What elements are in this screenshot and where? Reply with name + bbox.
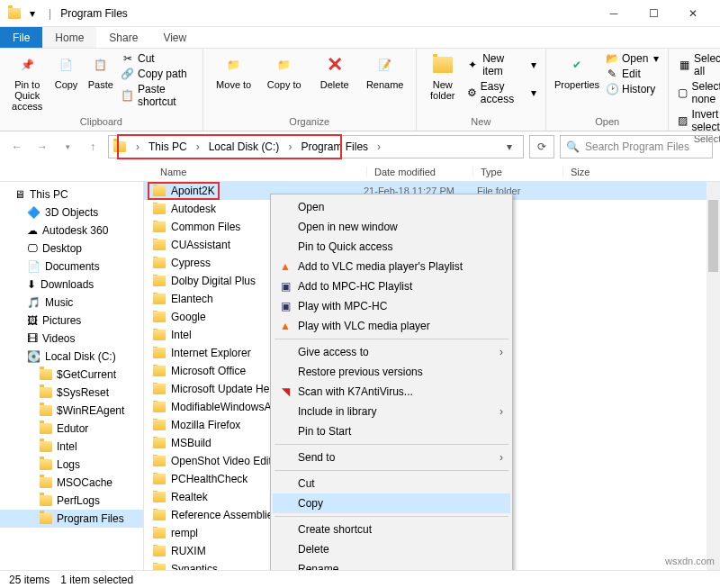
sidebar-item-label: Program Files	[57, 512, 124, 525]
invert-selection-button[interactable]: ▨Invert selection	[678, 108, 720, 133]
ribbon-organize: 📁Move to 📁Copy to ✕Delete 📝Rename Organi…	[203, 49, 417, 131]
context-item[interactable]: Open in new window	[273, 217, 510, 237]
tab-share[interactable]: Share	[96, 27, 150, 48]
history-button[interactable]: 🕑History	[606, 83, 659, 95]
context-item[interactable]: ▲Play with VLC media player	[273, 316, 510, 336]
sidebar-item[interactable]: Intel	[0, 438, 143, 456]
copy-path-button[interactable]: 🔗Copy path	[122, 68, 194, 80]
context-item[interactable]: Cut	[273, 474, 510, 493]
copypath-icon: 🔗	[122, 68, 134, 80]
context-item[interactable]: Give access to›	[273, 342, 510, 362]
copy-to-button[interactable]: 📁Copy to	[263, 52, 306, 90]
new-folder-button[interactable]: New folder	[426, 52, 460, 101]
col-size[interactable]: Size	[563, 167, 635, 177]
open-button[interactable]: 📂Open▾	[606, 52, 659, 65]
folder-icon	[153, 420, 166, 430]
col-type[interactable]: Type	[473, 167, 563, 177]
sidebar-item[interactable]: ☁Autodesk 360	[0, 222, 143, 240]
context-item-label: Copy	[298, 497, 323, 510]
recent-dropdown[interactable]: ▾	[58, 137, 77, 157]
back-button[interactable]: ←	[7, 137, 27, 157]
context-item[interactable]: Copy	[273, 493, 510, 513]
sidebar-item[interactable]: PerfLogs	[0, 492, 143, 510]
folder-icon	[153, 546, 166, 556]
sidebar-item[interactable]: 💽Local Disk (C:)	[0, 348, 143, 366]
context-item[interactable]: Pin to Start	[273, 421, 510, 441]
context-item-label: Cut	[298, 477, 315, 490]
status-item-count: 25 items	[9, 574, 50, 586]
sidebar-item[interactable]: $GetCurrent	[0, 366, 143, 384]
properties-button[interactable]: ✔Properties	[555, 52, 598, 90]
close-button[interactable]: ✕	[673, 1, 713, 26]
delete-button[interactable]: ✕Delete	[313, 52, 356, 90]
paste-shortcut-button[interactable]: 📋Paste shortcut	[122, 83, 194, 108]
up-button[interactable]: ↑	[83, 137, 103, 157]
ribbon: 📌Pin to Quick access 📄Copy 📋Paste ✂Cut 🔗…	[0, 49, 720, 131]
refresh-button[interactable]: ⟳	[529, 135, 554, 158]
cut-button[interactable]: ✂Cut	[122, 52, 194, 65]
edit-button[interactable]: ✎Edit	[606, 68, 659, 80]
rename-button[interactable]: 📝Rename	[364, 52, 407, 90]
sidebar-item[interactable]: 📄Documents	[0, 258, 143, 276]
sidebar-item-label: Pictures	[42, 314, 81, 327]
chevron-right-icon[interactable]: ›	[374, 136, 384, 158]
sidebar-item[interactable]: 🎵Music	[0, 294, 143, 312]
sidebar-item[interactable]: $SysReset	[0, 384, 143, 402]
context-item[interactable]: ◥Scan with K7AntiVirus...	[273, 382, 510, 402]
search-input[interactable]: 🔍 Search Program Files	[560, 135, 713, 158]
sidebar-item[interactable]: Edutor	[0, 420, 143, 438]
tab-file[interactable]: File	[0, 27, 42, 48]
forward-button[interactable]: →	[32, 137, 52, 157]
sidebar-item[interactable]: 🔷3D Objects	[0, 204, 143, 222]
sidebar-item-label: Music	[45, 296, 73, 309]
context-item[interactable]: ▣Play with MPC-HC	[273, 296, 510, 316]
context-item[interactable]: Pin to Quick access	[273, 237, 510, 257]
context-item[interactable]: Send to›	[273, 448, 510, 467]
organize-label: Organize	[289, 116, 329, 129]
sidebar-item[interactable]: Program Files	[0, 510, 143, 528]
sidebar-item[interactable]: 🖼Pictures	[0, 312, 143, 330]
context-item[interactable]: Create shortcut	[273, 520, 510, 539]
file-name: Common Files	[171, 221, 240, 233]
ribbon-open: ✔Properties 📂Open▾ ✎Edit 🕑History Open	[546, 49, 669, 131]
copy-button[interactable]: 📄Copy	[52, 52, 79, 90]
tab-view[interactable]: View	[150, 27, 199, 48]
file-name: Microsoft Office	[171, 365, 246, 377]
new-item-button[interactable]: ✦New item▾	[467, 52, 536, 77]
sidebar-item[interactable]: ⬇Downloads	[0, 276, 143, 294]
context-item[interactable]: Restore previous versions	[273, 362, 510, 382]
scrollbar-thumb[interactable]	[708, 200, 718, 272]
sidebar-item[interactable]: 🎞Videos	[0, 330, 143, 348]
context-item[interactable]: Open	[273, 197, 510, 217]
dropdown-icon[interactable]: ▾	[25, 6, 40, 21]
chevron-right-icon: ›	[500, 451, 503, 464]
select-all-button[interactable]: ▦Select all	[678, 52, 720, 77]
context-item[interactable]: Include in library›	[273, 402, 510, 421]
sidebar-item[interactable]: $WinREAgent	[0, 402, 143, 420]
select-none-button[interactable]: ▢Select none	[678, 80, 720, 105]
context-item[interactable]: Delete	[273, 539, 510, 559]
tab-home[interactable]: Home	[42, 27, 96, 48]
sidebar-item-label: $SysReset	[57, 386, 109, 399]
move-to-button[interactable]: 📁Move to	[212, 52, 256, 90]
context-item[interactable]: ▲Add to VLC media player's Playlist	[273, 257, 510, 276]
paste-button[interactable]: 📋Paste	[87, 52, 114, 90]
easy-access-button[interactable]: ⚙Easy access▾	[467, 80, 536, 105]
addr-dropdown[interactable]: ▾	[500, 137, 519, 157]
minimize-button[interactable]: ─	[594, 1, 634, 26]
maximize-button[interactable]: ☐	[634, 1, 673, 26]
col-date[interactable]: Date modified	[367, 167, 473, 177]
folder-icon	[153, 510, 166, 520]
context-item[interactable]: ▣Add to MPC-HC Playlist	[273, 276, 510, 296]
edit-icon: ✎	[606, 68, 618, 80]
sidebar-item[interactable]: Logs	[0, 456, 143, 474]
context-item-label: Delete	[298, 543, 329, 556]
sidebar-item[interactable]: MSOCache	[0, 474, 143, 492]
pin-quick-access-button[interactable]: 📌Pin to Quick access	[9, 52, 45, 112]
folder-icon	[153, 366, 166, 376]
easy-access-icon: ⚙	[467, 86, 477, 99]
scrollbar[interactable]	[706, 182, 720, 570]
sidebar-item[interactable]: 🖵Desktop	[0, 240, 143, 258]
sidebar-item[interactable]: 🖥This PC	[0, 185, 143, 204]
col-name[interactable]: Name	[153, 167, 367, 177]
